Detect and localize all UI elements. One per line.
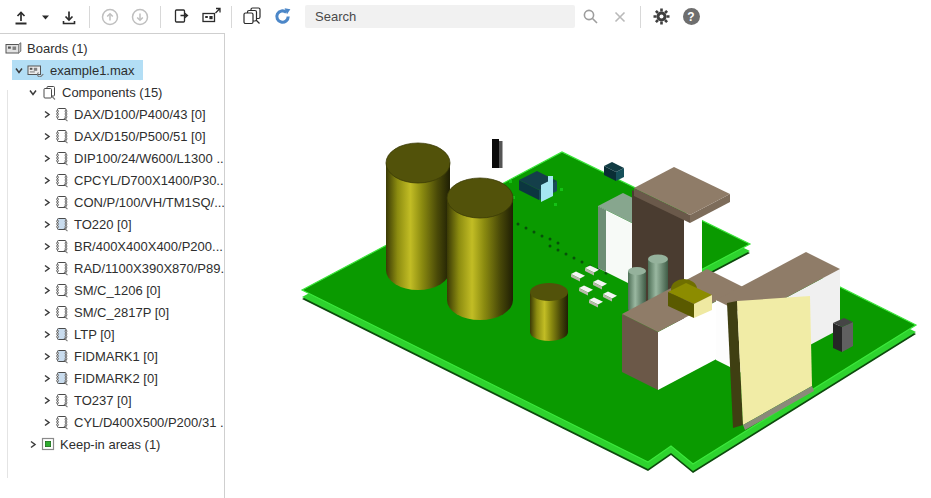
component-icon bbox=[55, 129, 69, 144]
refresh-icon bbox=[272, 6, 293, 27]
tree-item-component[interactable]: CPCYL/D700X1400/P30... bbox=[0, 169, 224, 191]
toolbar-separator bbox=[640, 6, 641, 28]
component-icon bbox=[55, 415, 69, 430]
tree-panel: Boards (1) example1.max bbox=[0, 33, 225, 498]
tree-item-components-group[interactable]: Components (15) bbox=[0, 81, 224, 103]
tree-label: example1.max bbox=[50, 63, 137, 78]
tree-item-component[interactable]: CYL/D400X500/P200/31 ... bbox=[0, 411, 224, 433]
toolbar-separator bbox=[89, 6, 90, 28]
tree-label: Boards (1) bbox=[27, 41, 90, 56]
tree-item-component[interactable]: DAX/D100/P400/43 [0] bbox=[0, 103, 224, 125]
tree-label: DAX/D150/P500/51 [0] bbox=[74, 129, 208, 144]
chevron-right-icon[interactable] bbox=[26, 440, 40, 449]
chevron-right-icon[interactable] bbox=[40, 308, 54, 317]
tree-label: BR/400X400X400/P200... bbox=[74, 239, 225, 254]
tree-item-keep-in-areas[interactable]: Keep-in areas (1) bbox=[0, 433, 224, 455]
search-button[interactable] bbox=[577, 4, 603, 30]
tree-item-board[interactable]: example1.max bbox=[0, 59, 224, 81]
tree-label: FIDMARK1 [0] bbox=[74, 349, 160, 364]
export-board-button[interactable] bbox=[198, 4, 224, 30]
chevron-right-icon[interactable] bbox=[40, 286, 54, 295]
page-export-icon bbox=[172, 7, 191, 26]
component-icon bbox=[55, 393, 69, 408]
tree-item-component[interactable]: DAX/D150/P500/51 [0] bbox=[0, 125, 224, 147]
chevron-right-icon[interactable] bbox=[40, 396, 54, 405]
board-file-icon bbox=[27, 63, 45, 77]
keep-in-area-icon bbox=[41, 437, 55, 451]
component-icon bbox=[55, 327, 69, 342]
component-icon bbox=[55, 239, 69, 254]
chevron-right-icon[interactable] bbox=[40, 352, 54, 361]
tree-label: LTP [0] bbox=[74, 327, 117, 342]
chevron-right-icon[interactable] bbox=[40, 220, 54, 229]
close-icon bbox=[613, 10, 627, 24]
chevron-right-icon[interactable] bbox=[40, 242, 54, 251]
chevron-right-icon[interactable] bbox=[40, 176, 54, 185]
tree-item-component[interactable]: SM/C_2817P [0] bbox=[0, 301, 224, 323]
tree-item-component[interactable]: LTP [0] bbox=[0, 323, 224, 345]
chevron-down-icon[interactable] bbox=[12, 66, 26, 75]
download-icon bbox=[60, 8, 78, 26]
chevron-right-icon[interactable] bbox=[40, 110, 54, 119]
toolbar: ? bbox=[0, 0, 931, 33]
tree-item-boards-root[interactable]: Boards (1) bbox=[0, 37, 224, 59]
export-model-button[interactable] bbox=[56, 4, 82, 30]
nav-previous-button[interactable] bbox=[97, 4, 123, 30]
toolbar-separator bbox=[160, 6, 161, 28]
component-icon bbox=[55, 305, 69, 320]
tree-label: Keep-in areas (1) bbox=[60, 437, 162, 452]
chevron-right-icon[interactable] bbox=[40, 264, 54, 273]
chevron-right-icon[interactable] bbox=[40, 374, 54, 383]
reload-button[interactable] bbox=[269, 4, 295, 30]
tree-label: Components (15) bbox=[62, 85, 164, 100]
tree-item-component[interactable]: RAD/1100X390X870/P89... bbox=[0, 257, 224, 279]
tree-label: RAD/1100X390X870/P89... bbox=[74, 261, 225, 276]
component-icon bbox=[55, 173, 69, 188]
circle-arrow-up-icon bbox=[100, 7, 120, 27]
chevron-down-icon[interactable] bbox=[26, 88, 40, 97]
search-input[interactable] bbox=[305, 5, 575, 28]
tree-item-component[interactable]: BR/400X400X400/P200... bbox=[0, 235, 224, 257]
tree-label: CPCYL/D700X1400/P30... bbox=[74, 173, 225, 188]
tree-item-component[interactable]: TO237 [0] bbox=[0, 389, 224, 411]
search-icon bbox=[581, 7, 600, 26]
nav-next-button[interactable] bbox=[127, 4, 153, 30]
clear-search-button[interactable] bbox=[607, 4, 633, 30]
board-export-icon bbox=[201, 7, 222, 26]
tree-label: SM/C_1206 [0] bbox=[74, 283, 163, 298]
tree-item-component[interactable]: SM/C_1206 [0] bbox=[0, 279, 224, 301]
tree-item-component[interactable]: FIDMARK2 [0] bbox=[0, 367, 224, 389]
chevron-right-icon[interactable] bbox=[40, 132, 54, 141]
tree-label: DAX/D100/P400/43 [0] bbox=[74, 107, 208, 122]
boards-icon bbox=[5, 41, 22, 55]
upload-icon bbox=[12, 8, 30, 26]
tree-label: TO237 [0] bbox=[74, 393, 134, 408]
tree-item-component[interactable]: TO220 [0] bbox=[0, 213, 224, 235]
components-stack-icon bbox=[242, 7, 263, 26]
tree-label: DIP100/24/W600/L1300 ... bbox=[74, 151, 225, 166]
chevron-right-icon[interactable] bbox=[40, 154, 54, 163]
import-model-button[interactable] bbox=[8, 4, 34, 30]
chevron-right-icon[interactable] bbox=[40, 198, 54, 207]
settings-button[interactable] bbox=[648, 4, 674, 30]
tree-item-component[interactable]: DIP100/24/W600/L1300 ... bbox=[0, 147, 224, 169]
help-button[interactable]: ? bbox=[678, 4, 704, 30]
circle-arrow-down-icon bbox=[130, 7, 150, 27]
tree-label: CYL/D400X500/P200/31 ... bbox=[74, 415, 225, 430]
component-icon bbox=[55, 349, 69, 364]
tree-item-component[interactable]: FIDMARK1 [0] bbox=[0, 345, 224, 367]
viewport-3d[interactable] bbox=[225, 33, 931, 498]
search-area bbox=[305, 5, 575, 28]
tree-label: SM/C_2817P [0] bbox=[74, 305, 171, 320]
copy-view-button[interactable] bbox=[168, 4, 194, 30]
chevron-right-icon[interactable] bbox=[40, 418, 54, 427]
tree-label: TO220 [0] bbox=[74, 217, 134, 232]
component-icon bbox=[55, 151, 69, 166]
help-icon: ? bbox=[683, 8, 700, 25]
component-icon bbox=[55, 283, 69, 298]
components-list-button[interactable] bbox=[239, 4, 265, 30]
component-icon bbox=[55, 217, 69, 232]
tree-item-component[interactable]: CON/P/100/VH/TM1SQ/... bbox=[0, 191, 224, 213]
import-options-button[interactable] bbox=[38, 4, 52, 30]
chevron-right-icon[interactable] bbox=[40, 330, 54, 339]
